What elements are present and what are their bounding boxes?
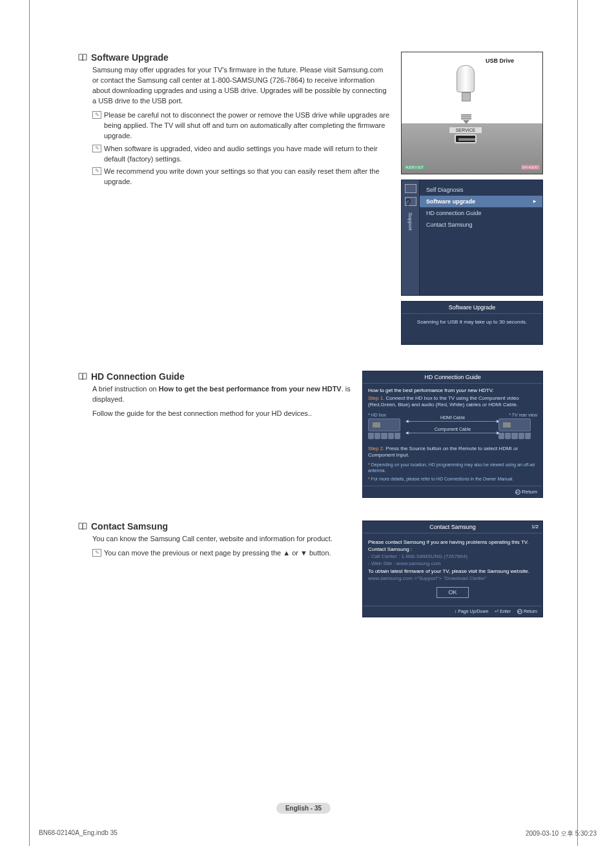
menu-item-self-diagnosis[interactable]: Self Diagnosis (420, 184, 542, 196)
component-cable-line (409, 433, 496, 433)
note-icon: ✎ (92, 167, 101, 175)
doc-timestamp: 2009-03-10 오후 5:30:23 (526, 829, 597, 838)
sw-intro: Samsung may offer upgrades for your TV's… (92, 65, 391, 107)
content-area: Software Upgrade Samsung may offer upgra… (30, 0, 577, 617)
contact-page-indicator: 1/2 (531, 524, 539, 530)
return-icon: ↩ (517, 609, 522, 614)
sw-title: Software Upgrade (91, 52, 169, 63)
dvi-audio-label: DVI AUDIO (521, 165, 540, 170)
page-updown-hint: ↕ Page Up/Down (455, 609, 489, 614)
usb-drive-icon (457, 65, 476, 104)
menu-sidebar: ? Support (402, 180, 420, 295)
tv-component-ports-icon (498, 433, 531, 442)
menu-items: Self Diagnosis Software upgrade ▸ HD con… (420, 180, 542, 295)
contact-line1: You can know the Samsung Call center, we… (92, 534, 353, 544)
book-icon (78, 371, 87, 379)
support-menu: ? Support Self Diagnosis Software upgrad… (401, 180, 543, 296)
section-hd-connection: HD Connection Guide A brief instruction … (78, 371, 558, 498)
menu-icon-2: ? (405, 197, 416, 206)
enter-hint: ⏎ Enter (495, 609, 511, 614)
contact-msg-2: Contact Samsung : (368, 546, 537, 553)
note-icon: ✎ (92, 549, 101, 557)
menu-item-contact-samsung[interactable]: Contact Samsung (420, 219, 542, 231)
book-icon (78, 52, 87, 60)
contact-footer: ↕ Page Up/Down ⏎ Enter ↩Return (363, 606, 542, 617)
tv-rear-device: * TV rear view (498, 413, 537, 442)
hd-note-1: * Depending on your location, HD program… (368, 462, 537, 473)
return-icon: ↩ (515, 490, 520, 495)
contact-title: Contact Samsung (91, 521, 168, 531)
sw-right-col: USB Drive TV Panel SERVICE AUDIO OUT (401, 52, 558, 345)
hd-note-2: * For more details, please refer to HD C… (368, 476, 537, 482)
contact-box: Contact Samsung 1/2 Please contact Samsu… (362, 521, 543, 617)
contact-website: - Web Site : www.samsung.com (368, 560, 537, 567)
note-icon: ✎ (92, 145, 101, 152)
page-frame: Software Upgrade Samsung may offer upgra… (29, 0, 578, 846)
hdmi-cable-line (409, 421, 496, 422)
page-number: English - 35 (276, 803, 331, 814)
usb-diagram: USB Drive TV Panel SERVICE AUDIO OUT (401, 52, 543, 174)
section-software-upgrade: Software Upgrade Samsung may offer upgra… (78, 52, 558, 345)
upgrade-box: Software Upgrade Scanning for USB It may… (401, 301, 543, 345)
hd-box-intro: How to get the best performance from you… (368, 387, 537, 393)
contact-box-title: Contact Samsung 1/2 (363, 521, 542, 533)
chevron-right-icon: ▸ (533, 198, 536, 205)
hd-line1: A brief instruction on How to get the be… (92, 384, 353, 405)
tv-rear-icon (498, 418, 531, 431)
upgrade-box-title: Software Upgrade (402, 302, 542, 314)
book-icon (78, 521, 87, 529)
contact-download: www.samsung.com >"Support"> "Download Ce… (368, 575, 537, 582)
contact-firmware: To obtain latest firmware of your TV, pl… (368, 568, 537, 575)
usb-drive-label: USB Drive (486, 57, 514, 64)
menu-item-software-upgrade[interactable]: Software upgrade ▸ (420, 196, 542, 207)
note-icon: ✎ (92, 111, 101, 119)
hd-title: HD Connection Guide (91, 371, 185, 382)
contact-bullet: ✎ You can move the previous or next page… (92, 548, 353, 559)
tv-panel-area: SERVICE AUDIO OUT DVI AUDIO (402, 123, 542, 174)
sw-bullet: ✎ Please be careful not to disconnect th… (92, 110, 391, 141)
menu-icon-1 (405, 184, 416, 193)
contact-right-col: Contact Samsung 1/2 Please contact Samsu… (362, 521, 558, 617)
sw-bullet: ✎ When software is upgraded, video and a… (92, 144, 391, 165)
sw-bullet: ✎ We recommend you write down your setti… (92, 167, 391, 187)
hd-cables: HDMI Cable Component Cable (407, 415, 498, 438)
hd-right-col: HD Connection Guide How to get the best … (362, 371, 558, 498)
hd-step-2: Step 2. Press the Source button on the R… (368, 446, 537, 459)
hd-step-1: Step 1. Connect the HD box to the TV usi… (368, 395, 537, 409)
hd-left-col: HD Connection Guide A brief instruction … (78, 371, 362, 498)
hd-box-icon (368, 418, 400, 431)
audio-out-label: AUDIO OUT (404, 165, 425, 170)
contact-call-center: - Call Center : 1-800-SAMSUNG (7267864) (368, 553, 537, 560)
hd-devices-row: * HD box HDMI Cable Component Cable * TV (368, 413, 537, 442)
return-hint: ↩Return (517, 609, 537, 614)
contact-msg-1: Please contact Samsung if you are having… (368, 539, 537, 546)
upgrade-box-msg: Scanning for USB It may take up to 30 se… (402, 314, 542, 344)
section-contact-samsung: Contact Samsung You can know the Samsung… (78, 521, 558, 617)
contact-left-col: Contact Samsung You can know the Samsung… (78, 521, 362, 617)
doc-id: BN68-02140A_Eng.indb 35 (39, 829, 118, 838)
menu-sidebar-label: Support (407, 212, 413, 231)
hd-line2: Follow the guide for the best connection… (92, 409, 353, 419)
hd-component-ports-icon (368, 433, 400, 442)
hd-box-device: * HD box (368, 413, 407, 442)
hd-return-row: ↩Return (363, 486, 542, 497)
doc-footer: BN68-02140A_Eng.indb 35 2009-03-10 오후 5:… (39, 829, 597, 838)
menu-item-hd-connection[interactable]: HD connection Guide (420, 207, 542, 219)
sw-left-col: Software Upgrade Samsung may offer upgra… (78, 52, 401, 345)
hd-guide-box: HD Connection Guide How to get the best … (362, 371, 543, 498)
ok-button[interactable]: OK (436, 587, 469, 598)
hd-box-title: HD Connection Guide (363, 371, 542, 384)
service-port: SERVICE (449, 127, 482, 143)
